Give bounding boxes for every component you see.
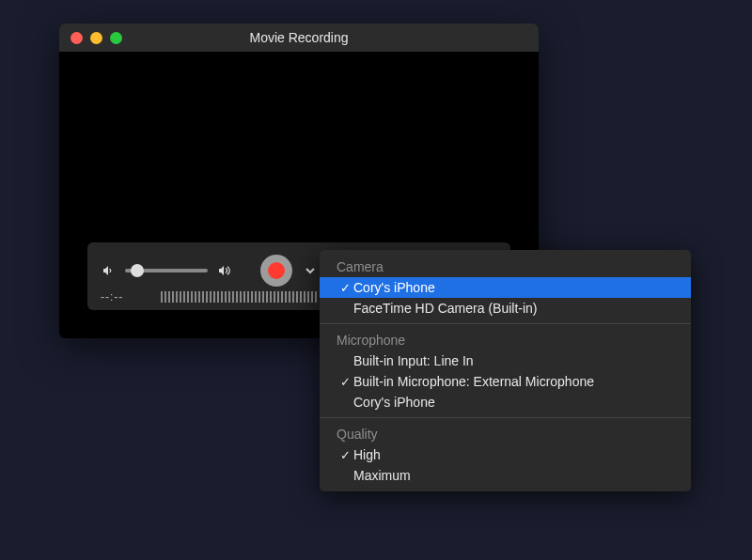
menu-item-label: Built-in Microphone: External Microphone <box>353 374 674 389</box>
check-icon: ✓ <box>337 375 353 389</box>
close-icon[interactable] <box>70 32 83 44</box>
menu-heading-microphone: Microphone <box>320 329 691 350</box>
menu-item-label: Maximum <box>353 468 674 483</box>
volume-low-icon <box>101 263 116 278</box>
options-menu[interactable]: Camera ✓ Cory's iPhone FaceTime HD Camer… <box>320 250 691 491</box>
menu-item-mic-iphone[interactable]: Cory's iPhone <box>320 392 691 412</box>
elapsed-time: --:-- <box>101 290 146 303</box>
minimize-icon[interactable] <box>90 32 102 44</box>
menu-heading-camera: Camera <box>320 256 691 277</box>
record-button[interactable] <box>260 255 292 287</box>
options-dropdown-button[interactable] <box>304 264 317 277</box>
menu-item-label: FaceTime HD Camera (Built-in) <box>353 301 674 316</box>
menu-item-quality-high[interactable]: ✓ High <box>320 444 691 465</box>
menu-item-label: Cory's iPhone <box>353 280 674 295</box>
volume-slider[interactable] <box>125 269 208 272</box>
menu-item-camera-iphone[interactable]: ✓ Cory's iPhone <box>320 277 691 298</box>
menu-separator <box>320 323 691 324</box>
check-icon: ✓ <box>337 448 353 462</box>
menu-item-label: Built-in Input: Line In <box>353 353 674 368</box>
audio-level-meter <box>161 291 317 303</box>
check-icon: ✓ <box>337 281 353 295</box>
menu-item-mic-linein[interactable]: Built-in Input: Line In <box>320 350 691 371</box>
record-icon <box>268 262 285 279</box>
menu-item-camera-facetime[interactable]: FaceTime HD Camera (Built-in) <box>320 298 691 319</box>
menu-item-label: High <box>353 447 674 462</box>
traffic-lights <box>59 32 122 44</box>
menu-separator <box>320 417 691 418</box>
menu-heading-quality: Quality <box>320 423 691 444</box>
menu-item-quality-maximum[interactable]: Maximum <box>320 465 691 486</box>
window-title: Movie Recording <box>59 30 539 45</box>
menu-item-label: Cory's iPhone <box>353 395 674 410</box>
menu-item-mic-external[interactable]: ✓ Built-in Microphone: External Micropho… <box>320 371 691 392</box>
volume-thumb[interactable] <box>131 264 144 277</box>
titlebar[interactable]: Movie Recording <box>59 23 539 52</box>
zoom-icon[interactable] <box>110 32 122 44</box>
volume-high-icon <box>217 263 234 278</box>
